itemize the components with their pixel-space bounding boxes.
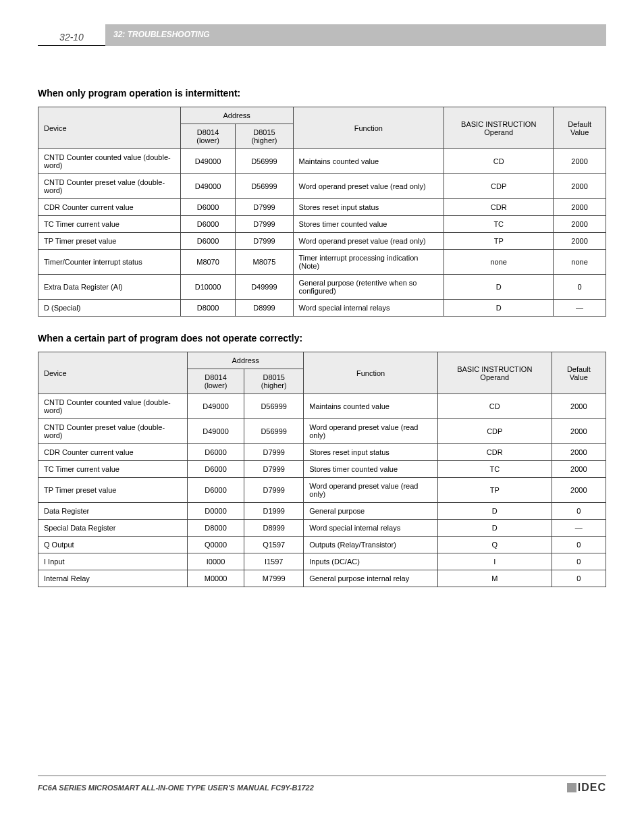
table-row: TC Timer current valueD6000D7999Stores t… — [38, 216, 606, 233]
table-cell: Word operand preset value (read only) — [293, 174, 444, 199]
table-cell: Extra Data Register (AI) — [38, 275, 181, 300]
table-cell: D6000 — [188, 444, 244, 461]
logo-icon — [567, 783, 576, 792]
table-cell: Q0000 — [188, 537, 244, 553]
table-cell: Stores timer counted value — [293, 216, 444, 233]
table-cell: D56999 — [244, 419, 304, 444]
table-cell: D8000 — [188, 520, 244, 537]
table-cell: D49000 — [180, 149, 236, 174]
table-cell: D (Special) — [38, 300, 181, 317]
table-cell: D8999 — [236, 300, 293, 317]
table-cell: 0 — [552, 553, 606, 570]
table-cell: D49000 — [188, 419, 244, 444]
table-cell: CNTD Counter counted value (double-word) — [38, 394, 188, 419]
table-cell: 2000 — [552, 461, 606, 478]
table-cell: 0 — [552, 570, 606, 587]
table-cell: 0 — [552, 503, 606, 520]
table-cell: none — [444, 250, 554, 275]
table-cell: 2000 — [554, 216, 606, 233]
col-d8015: D8015 (higher) — [236, 124, 293, 149]
table-cell: CNTD Counter preset value (double-word) — [38, 419, 188, 444]
table-cell: D7999 — [236, 199, 293, 216]
table-cell: CD — [444, 149, 554, 174]
table-cell: General purpose — [304, 503, 438, 520]
col-device: Device — [38, 352, 188, 394]
table-row: I InputI0000I1597Inputs (DC/AC)I0 — [38, 553, 606, 570]
table-cell: D — [437, 520, 552, 537]
table-row: TP Timer preset valueD6000D7999Word oper… — [38, 233, 606, 250]
table-cell: 2000 — [552, 394, 606, 419]
table-cell: Maintains counted value — [304, 394, 438, 419]
table-cell: D49999 — [236, 275, 293, 300]
table-cell: 2000 — [554, 233, 606, 250]
col-address: Address — [188, 352, 304, 369]
table-cell: TP — [444, 233, 554, 250]
col-d8015: D8015 (higher) — [244, 369, 304, 394]
table-cell: TP Timer preset value — [38, 233, 181, 250]
table-cell: 2000 — [552, 478, 606, 503]
table-cell: Stores reset input status — [304, 444, 438, 461]
table-row: CNTD Counter preset value (double-word)D… — [38, 419, 606, 444]
table-cell: D7999 — [244, 478, 304, 503]
table-cell: D7999 — [236, 233, 293, 250]
table-cell: Outputs (Relay/Transistor) — [304, 537, 438, 553]
table-cell: Timer/Counter interrupt status — [38, 250, 181, 275]
col-operand: BASIC INSTRUCTION Operand — [444, 107, 554, 149]
table-cell: TP Timer preset value — [38, 478, 188, 503]
table-cell: D — [437, 503, 552, 520]
table-row: Internal RelayM0000M7999General purpose … — [38, 570, 606, 587]
table-cell: D6000 — [180, 199, 236, 216]
table-cell: Word special internal relays — [293, 300, 444, 317]
table-cell: I — [437, 553, 552, 570]
table-row: Q OutputQ0000Q1597Outputs (Relay/Transis… — [38, 537, 606, 553]
table-cell: Maintains counted value — [293, 149, 444, 174]
table-cell: CDP — [444, 174, 554, 199]
table-row: CDR Counter current valueD6000D7999Store… — [38, 199, 606, 216]
table-row: Timer/Counter interrupt statusM8070M8075… — [38, 250, 606, 275]
table-cell: D8000 — [180, 300, 236, 317]
table-cell: D10000 — [180, 275, 236, 300]
table-cell: D49000 — [188, 394, 244, 419]
table-cell: Inputs (DC/AC) — [304, 553, 438, 570]
brand-text: IDEC — [578, 782, 606, 794]
table-cell: Special Data Register — [38, 520, 188, 537]
table-row: Data RegisterD0000D1999General purposeD0 — [38, 503, 606, 520]
table-cell: D7999 — [244, 444, 304, 461]
table-cell: I Input — [38, 553, 188, 570]
table-cell: I1597 — [244, 553, 304, 570]
table-row: TC Timer current valueD6000D7999Stores t… — [38, 461, 606, 478]
table-cell: Data Register — [38, 503, 188, 520]
table-cell: D56999 — [236, 174, 293, 199]
table-cell: CDP — [437, 419, 552, 444]
brand-logo: IDEC — [567, 782, 606, 794]
table-cell: TC — [444, 216, 554, 233]
table-cell: M0000 — [188, 570, 244, 587]
table-row: Special Data RegisterD8000D8999Word spec… — [38, 520, 606, 537]
table-cell: TP — [437, 478, 552, 503]
table-cell: CDR Counter current value — [38, 444, 188, 461]
section-title-2: When a certain part of program does not … — [38, 333, 606, 344]
table-2: Device Address Function BASIC INSTRUCTIO… — [38, 352, 606, 587]
table-cell: D7999 — [244, 461, 304, 478]
table-cell: M8075 — [236, 250, 293, 275]
table-cell: CNTD Counter counted value (double-word) — [38, 149, 181, 174]
table-cell: 2000 — [554, 149, 606, 174]
col-function: Function — [304, 352, 438, 394]
table-cell: 0 — [554, 275, 606, 300]
table-cell: CD — [437, 394, 552, 419]
table-row: D (Special)D8000D8999Word special intern… — [38, 300, 606, 317]
section-title-1: When only program operation is intermitt… — [38, 88, 606, 99]
table-cell: 0 — [552, 537, 606, 553]
col-device: Device — [38, 107, 181, 149]
table-row: CNTD Counter preset value (double-word)D… — [38, 174, 606, 199]
table-cell: D56999 — [244, 394, 304, 419]
table-cell: Word operand preset value (read only) — [293, 233, 444, 250]
col-d8014: D8014 (lower) — [180, 124, 236, 149]
table-cell: TC Timer current value — [38, 461, 188, 478]
table-cell: Q — [437, 537, 552, 553]
table-cell: none — [554, 250, 606, 275]
table-cell: D0000 — [188, 503, 244, 520]
table-cell: TC — [437, 461, 552, 478]
table-row: CDR Counter current valueD6000D7999Store… — [38, 444, 606, 461]
table-cell: D8999 — [244, 520, 304, 537]
